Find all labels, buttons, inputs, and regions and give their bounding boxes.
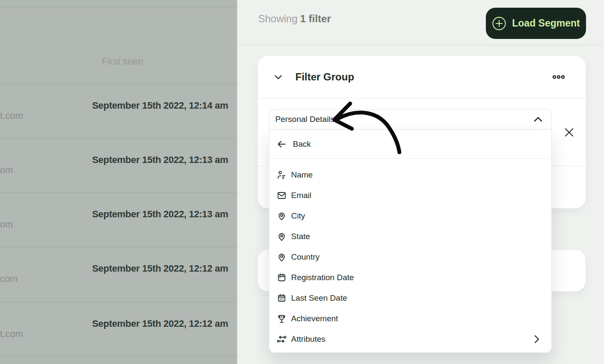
menu-back-item[interactable]: Back <box>269 130 551 159</box>
first-seen-column-header: First seen <box>102 56 143 67</box>
trophy-icon <box>277 314 287 324</box>
user-details-icon <box>277 170 287 180</box>
menu-item-last-seen-date[interactable]: Last Seen Date <box>269 288 551 308</box>
menu-item-label: Achievement <box>291 314 338 323</box>
row-divider <box>0 356 237 357</box>
chevron-down-icon <box>274 75 282 80</box>
field-select[interactable]: Personal Details <box>269 109 552 130</box>
filter-panel: Showing1 filter Load Segment Filter Grou… <box>237 0 604 364</box>
showing-filters-status: Showing1 filter <box>258 13 331 25</box>
field-select-value: Personal Details <box>275 115 334 124</box>
card-divider <box>258 98 586 98</box>
chevron-right-icon <box>534 335 539 343</box>
menu-item-attributes[interactable]: Attributes <box>269 329 551 349</box>
close-icon <box>565 128 574 137</box>
email-fragment: om <box>0 165 13 176</box>
back-label: Back <box>293 139 311 149</box>
chevron-up-icon <box>533 116 543 122</box>
load-segment-button[interactable]: Load Segment <box>486 8 586 39</box>
field-dropdown-menu: Back Name <box>269 130 552 353</box>
email-fragment: t.com <box>0 110 23 121</box>
segment-filter-screen: First seen t.com September 15th 2022, 12… <box>0 0 604 364</box>
location-pin-icon <box>277 211 287 221</box>
filter-group-title: Filter Group <box>295 71 354 83</box>
sliders-icon <box>277 334 287 344</box>
arrow-left-icon <box>276 139 287 149</box>
email-fragment: om <box>0 219 13 230</box>
table-row: com September 15th 2022, 12:12 am <box>0 247 237 301</box>
menu-item-label: Name <box>291 170 313 180</box>
filter-count: 1 filter <box>300 13 331 24</box>
collapse-filter-group-button[interactable] <box>273 73 284 81</box>
menu-item-registration-date[interactable]: Registration Date <box>269 267 551 288</box>
plus-circle-icon <box>492 16 506 31</box>
table-row: t.com September 15th 2022, 12:14 am <box>0 84 237 138</box>
remove-filter-button[interactable] <box>561 124 577 140</box>
dimmed-table-region[interactable]: First seen t.com September 15th 2022, 12… <box>0 0 237 364</box>
menu-item-country[interactable]: Country <box>269 247 551 267</box>
filter-group-menu-button[interactable] <box>550 72 568 82</box>
email-fragment: t.com <box>0 328 23 340</box>
filter-group-header: Filter Group <box>258 56 586 98</box>
menu-item-city[interactable]: City <box>269 206 551 226</box>
first-seen-cell: September 15th 2022, 12:13 am <box>92 209 228 220</box>
load-segment-label: Load Segment <box>512 18 580 29</box>
first-seen-cell: September 15th 2022, 12:12 am <box>92 318 228 329</box>
first-seen-cell: September 15th 2022, 12:13 am <box>92 154 228 166</box>
menu-item-label: Registration Date <box>291 273 354 282</box>
field-options-list: Name Email <box>269 159 551 352</box>
envelope-icon <box>277 190 287 201</box>
first-seen-cell: September 15th 2022, 12:14 am <box>92 100 228 111</box>
menu-item-label: Country <box>291 252 320 262</box>
table-row: t.com September 15th 2022, 12:12 am <box>0 302 237 356</box>
email-fragment: com <box>0 273 18 284</box>
menu-item-achievement[interactable]: Achievement <box>269 308 551 329</box>
menu-item-label: City <box>291 211 305 221</box>
calendar-icon <box>277 272 287 283</box>
location-pin-icon <box>277 231 287 242</box>
menu-item-state[interactable]: State <box>269 226 551 247</box>
menu-item-label: State <box>291 232 310 241</box>
location-pin-icon <box>277 252 287 262</box>
showing-label: Showing <box>258 13 298 24</box>
menu-item-email[interactable]: Email <box>269 185 551 206</box>
calendar-days-icon <box>277 293 287 303</box>
field-dropdown: Personal Details Back <box>269 109 552 353</box>
menu-item-label: Email <box>291 191 312 200</box>
menu-item-name[interactable]: Name <box>269 165 551 185</box>
row-divider <box>0 7 237 7</box>
filter-panel-header: Showing1 filter Load Segment <box>237 0 604 45</box>
menu-item-label: Attributes <box>291 334 325 344</box>
ellipsis-icon <box>552 75 565 79</box>
menu-item-label: Last Seen Date <box>291 293 347 303</box>
first-seen-cell: September 15th 2022, 12:12 am <box>92 263 228 274</box>
table-row: om September 15th 2022, 12:13 am <box>0 192 237 247</box>
table-row: om September 15th 2022, 12:13 am <box>0 138 237 192</box>
